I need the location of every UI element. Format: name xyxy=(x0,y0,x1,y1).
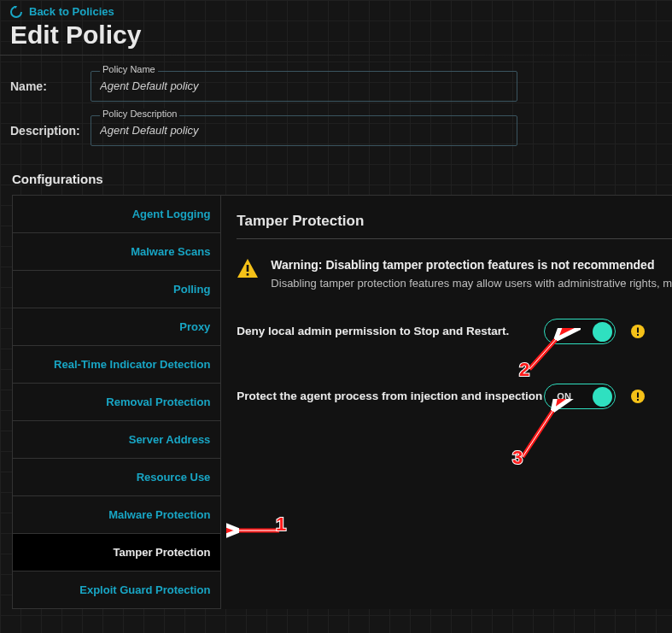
sidebar-item-label: Malware Protection xyxy=(108,508,210,521)
policy-name-input[interactable] xyxy=(91,72,517,101)
policy-name-fieldset: Policy Name xyxy=(91,71,517,102)
back-link-label: Back to Policies xyxy=(29,5,114,18)
alert-icon[interactable] xyxy=(631,390,645,403)
sidebar-item-label: Malware Scans xyxy=(131,245,210,258)
setting-label: Deny local admin permission to Stop and … xyxy=(237,325,544,337)
panel-title: Tamper Protection xyxy=(237,213,672,230)
sidebar-item-server-address[interactable]: Server Address xyxy=(13,421,220,459)
sidebar-item-resource-use[interactable]: Resource Use xyxy=(13,459,220,496)
config-sidebar: Agent Logging Malware Scans Polling Prox… xyxy=(12,196,221,609)
sidebar-item-realtime-indicator[interactable]: Real-Time Indicator Detection xyxy=(13,346,220,384)
warning-title: Warning: Disabling tamper protection fea… xyxy=(271,258,672,272)
toggle-protect-agent-process[interactable]: ON xyxy=(544,384,616,409)
name-label: Name: xyxy=(10,79,91,93)
sidebar-item-label: Server Address xyxy=(129,433,211,446)
warning-body: Disabling tamper protection features may… xyxy=(271,277,672,290)
setting-label: Protect the agent process from injection… xyxy=(237,390,544,402)
svg-rect-7 xyxy=(637,399,639,401)
setting-deny-local-admin: Deny local admin permission to Stop and … xyxy=(237,319,672,344)
policy-name-legend: Policy Name xyxy=(100,64,158,74)
divider xyxy=(237,238,672,239)
sidebar-item-removal-protection[interactable]: Removal Protection xyxy=(13,384,220,421)
toggle-knob xyxy=(593,387,612,407)
svg-rect-6 xyxy=(637,392,639,397)
sidebar-item-tamper-protection[interactable]: Tamper Protection xyxy=(13,534,220,571)
back-icon xyxy=(10,6,24,18)
back-to-policies-link[interactable]: Back to Policies xyxy=(0,0,114,20)
sidebar-item-label: Agent Logging xyxy=(132,208,211,220)
setting-protect-agent-process: Protect the agent process from injection… xyxy=(237,384,672,409)
warning-banner: Warning: Disabling tamper protection fea… xyxy=(237,258,672,290)
svg-rect-1 xyxy=(247,273,249,276)
policy-description-input[interactable] xyxy=(91,116,517,145)
warning-text: Warning: Disabling tamper protection fea… xyxy=(271,258,672,290)
sidebar-item-agent-logging[interactable]: Agent Logging xyxy=(13,196,220,233)
name-row: Name: Policy Name xyxy=(0,64,672,108)
toggle-deny-local-admin[interactable]: ON xyxy=(544,319,616,344)
sidebar-item-label: Real-Time Indicator Detection xyxy=(54,358,210,371)
sidebar-item-exploit-guard[interactable]: Exploit Guard Protection xyxy=(13,571,220,609)
sidebar-item-polling[interactable]: Polling xyxy=(13,271,220,308)
alert-icon[interactable] xyxy=(631,325,645,338)
sidebar-item-proxy[interactable]: Proxy xyxy=(13,308,220,346)
warning-icon xyxy=(237,258,260,281)
svg-rect-4 xyxy=(637,334,639,336)
configurations-container: Agent Logging Malware Scans Polling Prox… xyxy=(12,195,672,609)
divider xyxy=(0,55,672,56)
policy-description-fieldset: Policy Description xyxy=(91,115,517,146)
sidebar-item-label: Polling xyxy=(173,283,210,296)
sidebar-item-label: Tamper Protection xyxy=(113,546,210,559)
sidebar-item-label: Proxy xyxy=(179,320,210,333)
sidebar-item-label: Exploit Guard Protection xyxy=(79,583,210,596)
policy-description-legend: Policy Description xyxy=(100,108,179,119)
sidebar-item-label: Resource Use xyxy=(137,471,211,484)
svg-rect-3 xyxy=(637,327,639,332)
toggle-state-label: ON xyxy=(557,391,571,401)
sidebar-item-label: Removal Protection xyxy=(106,396,210,408)
tamper-protection-panel: Tamper Protection Warning: Disabling tam… xyxy=(221,196,672,609)
svg-rect-0 xyxy=(247,265,249,272)
configurations-header: Configurations xyxy=(0,153,672,195)
toggle-knob xyxy=(593,322,612,342)
description-row: Description: Policy Description xyxy=(0,108,672,153)
description-label: Description: xyxy=(10,124,91,138)
sidebar-item-malware-scans[interactable]: Malware Scans xyxy=(13,233,220,271)
toggle-state-label: ON xyxy=(557,326,571,337)
sidebar-item-malware-protection[interactable]: Malware Protection xyxy=(13,496,220,534)
page-title: Edit Policy xyxy=(0,21,672,55)
